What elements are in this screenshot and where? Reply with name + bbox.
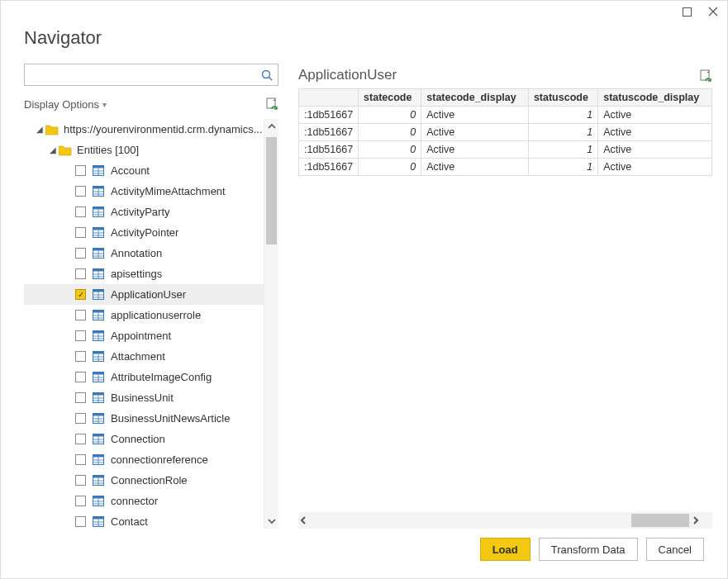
tree-item-annotation[interactable]: Annotation — [24, 243, 264, 263]
horizontal-scrollbar[interactable] — [298, 512, 712, 529]
tree-item-businessunitnewsarticle[interactable]: BusinessUnitNewsArticle — [24, 408, 264, 429]
tree-item-attributeimageconfig[interactable]: AttributeImageConfig — [24, 367, 264, 387]
cell-statecode-display: Active — [421, 107, 529, 124]
tree-item-checkbox[interactable] — [75, 475, 86, 486]
svg-rect-17 — [93, 207, 104, 210]
tree-item-appointment[interactable]: Appointment — [24, 325, 264, 346]
load-button[interactable]: Load — [480, 538, 531, 561]
cell-id: :1db51667 — [299, 124, 359, 141]
tree-scrollbar[interactable] — [264, 119, 278, 529]
tree-item-checkbox[interactable] — [75, 248, 86, 259]
collapse-icon[interactable]: ◢ — [34, 125, 45, 134]
svg-rect-52 — [93, 352, 104, 354]
display-options-label: Display Options — [24, 98, 99, 111]
nav-panel: Display Options ▾ ◢https://yourenvironme… — [24, 64, 278, 529]
cell-id: :1db51667 — [299, 159, 359, 176]
table-icon — [93, 289, 104, 300]
tree-item-label: ActivityMimeAttachment — [111, 185, 226, 197]
nav-tree[interactable]: ◢https://yourenvironmentid.crm.dynamics.… — [24, 119, 264, 529]
cell-statecode-display: Active — [421, 124, 529, 141]
tree-item-checkbox[interactable] — [75, 289, 86, 300]
tree-item-attachment[interactable]: Attachment — [24, 346, 264, 367]
tree-item-label: applicationuserrole — [111, 309, 201, 321]
folder-icon — [59, 145, 72, 156]
svg-rect-7 — [93, 166, 104, 168]
tree-item-checkbox[interactable] — [75, 413, 86, 424]
tree-item-contact[interactable]: Contact — [24, 511, 264, 529]
tree-item-checkbox[interactable] — [75, 268, 86, 279]
table-icon — [93, 475, 104, 486]
column-header[interactable] — [299, 89, 359, 107]
tree-root-label: https://yourenvironmentid.crm.dynamics..… — [64, 123, 263, 135]
tree-item-checkbox[interactable] — [75, 186, 86, 197]
tree-item-checkbox[interactable] — [75, 165, 86, 176]
tree-item-checkbox[interactable] — [75, 351, 86, 362]
svg-rect-62 — [93, 393, 104, 396]
tree-item-label: Contact — [111, 515, 148, 528]
cell-statuscode-display: Active — [598, 159, 712, 176]
table-row[interactable]: :1db516670Active1Active — [299, 141, 712, 159]
tree-item-checkbox[interactable] — [75, 454, 86, 465]
tree-item-connection[interactable]: Connection — [24, 429, 264, 449]
cell-statecode-display: Active — [421, 159, 529, 176]
svg-line-4 — [269, 77, 273, 80]
tree-item-checkbox[interactable] — [75, 206, 86, 217]
tree-item-apisettings[interactable]: apisettings — [24, 263, 264, 284]
tree-item-label: apisettings — [111, 268, 162, 280]
tree-group-entities[interactable]: ◢Entities [100] — [24, 140, 264, 160]
tree-item-activitymimeattachment[interactable]: ActivityMimeAttachment — [24, 181, 264, 202]
tree-root[interactable]: ◢https://yourenvironmentid.crm.dynamics.… — [24, 119, 264, 140]
scroll-down-icon[interactable] — [264, 514, 278, 529]
search-input[interactable] — [30, 69, 261, 81]
preview-refresh-icon[interactable] — [699, 69, 712, 83]
cell-statecode: 0 — [359, 107, 421, 124]
search-box[interactable] — [24, 64, 278, 86]
tree-item-checkbox[interactable] — [75, 330, 86, 341]
tree-item-applicationuser[interactable]: ApplicationUser — [24, 284, 264, 305]
tree-item-checkbox[interactable] — [75, 496, 86, 506]
tree-item-connectionreference[interactable]: connectionreference — [24, 449, 264, 470]
tree-item-applicationuserrole[interactable]: applicationuserrole — [24, 305, 264, 325]
table-icon — [93, 206, 104, 217]
hscroll-thumb[interactable] — [631, 514, 689, 527]
tree-item-connectionrole[interactable]: ConnectionRole — [24, 470, 264, 491]
tree-item-checkbox[interactable] — [75, 372, 86, 382]
tree-item-connector[interactable]: connector — [24, 491, 264, 511]
transform-data-button[interactable]: Transform Data — [539, 538, 638, 561]
svg-rect-42 — [93, 311, 104, 313]
tree-item-label: connectionreference — [111, 453, 208, 466]
table-icon — [93, 392, 104, 403]
collapse-icon[interactable]: ◢ — [47, 145, 59, 154]
tree-item-checkbox[interactable] — [75, 310, 86, 320]
tree-item-checkbox[interactable] — [75, 392, 86, 403]
tree-item-activityparty[interactable]: ActivityParty — [24, 202, 264, 222]
table-icon — [93, 186, 104, 197]
column-header[interactable]: statecode — [359, 89, 421, 107]
nav-refresh-icon[interactable] — [265, 97, 278, 112]
table-row[interactable]: :1db516670Active1Active — [299, 107, 712, 124]
tree-item-account[interactable]: Account — [24, 160, 264, 181]
column-header[interactable]: statuscode_display — [598, 89, 712, 107]
tree-item-checkbox[interactable] — [75, 516, 86, 527]
column-header[interactable]: statuscode — [528, 89, 597, 107]
scroll-left-icon[interactable] — [298, 515, 320, 525]
tree-item-checkbox[interactable] — [75, 434, 86, 444]
scroll-right-icon[interactable] — [691, 515, 712, 525]
maximize-icon[interactable] — [681, 6, 692, 17]
svg-rect-87 — [93, 496, 104, 499]
cell-statecode: 0 — [359, 124, 421, 141]
table-icon — [93, 165, 104, 176]
svg-point-3 — [263, 70, 270, 78]
close-icon[interactable] — [707, 6, 719, 17]
search-icon[interactable] — [261, 69, 273, 81]
table-row[interactable]: :1db516670Active1Active — [299, 124, 712, 141]
display-options-button[interactable]: Display Options ▾ — [24, 98, 107, 111]
tree-item-activitypointer[interactable]: ActivityPointer — [24, 222, 264, 243]
table-row[interactable]: :1db516670Active1Active — [299, 159, 712, 176]
tree-item-businessunit[interactable]: BusinessUnit — [24, 387, 264, 408]
scroll-thumb[interactable] — [266, 137, 277, 244]
cancel-button[interactable]: Cancel — [646, 538, 704, 561]
tree-item-checkbox[interactable] — [75, 227, 86, 238]
column-header[interactable]: statecode_display — [421, 89, 529, 107]
scroll-up-icon[interactable] — [264, 119, 278, 134]
